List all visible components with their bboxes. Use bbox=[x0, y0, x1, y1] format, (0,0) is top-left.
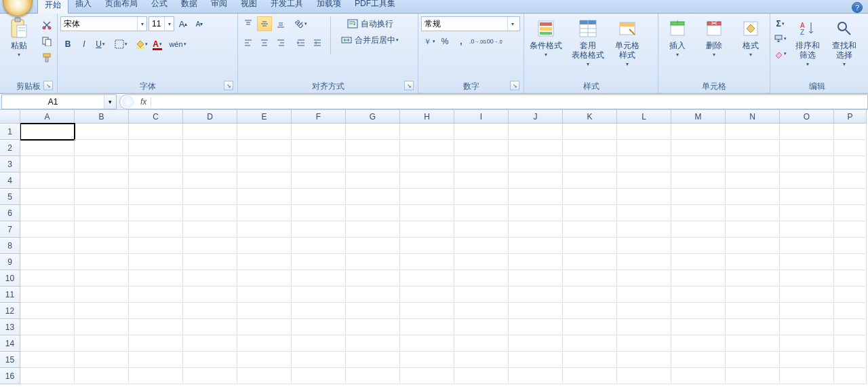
cell[interactable] bbox=[617, 189, 671, 205]
cell[interactable] bbox=[780, 172, 834, 189]
cell[interactable] bbox=[671, 124, 726, 140]
cell[interactable] bbox=[617, 254, 671, 270]
percent-button[interactable]: % bbox=[437, 34, 452, 49]
row-header[interactable]: 9 bbox=[0, 254, 20, 270]
cell[interactable] bbox=[834, 140, 867, 156]
cell[interactable] bbox=[617, 140, 671, 156]
cell[interactable] bbox=[454, 140, 509, 156]
fx-icon[interactable]: fx bbox=[140, 97, 151, 107]
row-header[interactable]: 15 bbox=[0, 352, 20, 368]
cell[interactable] bbox=[183, 254, 237, 270]
cell[interactable] bbox=[237, 156, 292, 172]
cell[interactable] bbox=[292, 124, 346, 140]
cell[interactable] bbox=[20, 140, 75, 156]
cell[interactable] bbox=[400, 124, 454, 140]
tab-3[interactable]: 公式 bbox=[144, 0, 174, 13]
sort-filter-button[interactable]: AZ 排序和 筛选▾ bbox=[791, 16, 824, 69]
cell[interactable] bbox=[346, 140, 400, 156]
tab-7[interactable]: 开发工具 bbox=[264, 0, 310, 13]
cell[interactable] bbox=[183, 352, 237, 368]
cell[interactable] bbox=[400, 238, 454, 254]
cell[interactable] bbox=[129, 156, 183, 172]
cell[interactable] bbox=[617, 335, 671, 352]
decrease-indent-button[interactable] bbox=[294, 35, 309, 50]
cell[interactable] bbox=[400, 287, 454, 303]
cell[interactable] bbox=[509, 287, 563, 303]
accounting-format-button[interactable]: ￥▾ bbox=[421, 34, 436, 49]
cell[interactable] bbox=[129, 254, 183, 270]
cell[interactable] bbox=[834, 303, 867, 319]
cell[interactable] bbox=[834, 205, 867, 221]
cell[interactable] bbox=[454, 221, 509, 238]
cell[interactable] bbox=[75, 303, 129, 319]
cell[interactable] bbox=[346, 335, 400, 352]
cell[interactable] bbox=[292, 335, 346, 352]
cell[interactable] bbox=[20, 172, 75, 189]
cell[interactable] bbox=[509, 124, 563, 140]
cell[interactable] bbox=[563, 172, 617, 189]
alignment-launcher[interactable]: ↘ bbox=[404, 81, 414, 90]
cell[interactable] bbox=[400, 172, 454, 189]
cell[interactable] bbox=[129, 303, 183, 319]
cell[interactable] bbox=[129, 172, 183, 189]
cell[interactable] bbox=[20, 254, 75, 270]
cell[interactable] bbox=[563, 319, 617, 335]
cell[interactable] bbox=[834, 221, 867, 238]
cell[interactable] bbox=[563, 140, 617, 156]
cut-button[interactable] bbox=[39, 18, 54, 33]
cell[interactable] bbox=[671, 319, 726, 335]
cell[interactable] bbox=[454, 368, 509, 384]
cell[interactable] bbox=[834, 335, 867, 352]
cell[interactable] bbox=[129, 319, 183, 335]
cell[interactable] bbox=[292, 205, 346, 221]
cell[interactable] bbox=[509, 368, 563, 384]
cell[interactable] bbox=[20, 124, 75, 140]
clipboard-launcher[interactable]: ↘ bbox=[43, 81, 53, 90]
cell[interactable] bbox=[75, 319, 129, 335]
cell[interactable] bbox=[129, 205, 183, 221]
insert-cells-button[interactable]: 插入▾ bbox=[661, 16, 694, 59]
cell[interactable] bbox=[454, 335, 509, 352]
cell[interactable] bbox=[20, 205, 75, 221]
cell[interactable] bbox=[237, 205, 292, 221]
cell[interactable] bbox=[780, 319, 834, 335]
cell[interactable] bbox=[237, 335, 292, 352]
font-name-combo[interactable]: ▾ bbox=[60, 16, 147, 31]
wrap-text-button[interactable]: 自动换行 bbox=[336, 16, 403, 31]
cell[interactable] bbox=[183, 319, 237, 335]
column-header[interactable]: O bbox=[780, 110, 834, 124]
cell[interactable] bbox=[671, 189, 726, 205]
cell[interactable] bbox=[454, 238, 509, 254]
cell[interactable] bbox=[509, 205, 563, 221]
cell[interactable] bbox=[834, 189, 867, 205]
cell[interactable] bbox=[726, 140, 780, 156]
cell[interactable] bbox=[75, 205, 129, 221]
cell[interactable] bbox=[726, 172, 780, 189]
cell[interactable] bbox=[129, 352, 183, 368]
cell[interactable] bbox=[75, 287, 129, 303]
cell[interactable] bbox=[20, 335, 75, 352]
tab-9[interactable]: PDF工具集 bbox=[348, 0, 402, 13]
cell[interactable] bbox=[509, 335, 563, 352]
cell[interactable] bbox=[509, 303, 563, 319]
cell[interactable] bbox=[726, 189, 780, 205]
cell[interactable] bbox=[726, 270, 780, 287]
cell[interactable] bbox=[563, 238, 617, 254]
tab-4[interactable]: 数据 bbox=[174, 0, 204, 13]
cell[interactable] bbox=[346, 189, 400, 205]
cell[interactable] bbox=[563, 287, 617, 303]
cell[interactable] bbox=[617, 352, 671, 368]
cell[interactable] bbox=[563, 303, 617, 319]
number-format-combo[interactable]: ▾ bbox=[421, 16, 520, 31]
cell[interactable] bbox=[671, 238, 726, 254]
autosum-button[interactable]: Σ▾ bbox=[773, 16, 787, 31]
cell[interactable] bbox=[509, 172, 563, 189]
column-header[interactable]: I bbox=[454, 110, 509, 124]
cell[interactable] bbox=[183, 140, 237, 156]
cell[interactable] bbox=[780, 270, 834, 287]
format-cells-button[interactable]: 格式▾ bbox=[734, 16, 767, 59]
cell[interactable] bbox=[75, 189, 129, 205]
cell[interactable] bbox=[563, 221, 617, 238]
column-header[interactable]: G bbox=[346, 110, 400, 124]
cell[interactable] bbox=[780, 205, 834, 221]
